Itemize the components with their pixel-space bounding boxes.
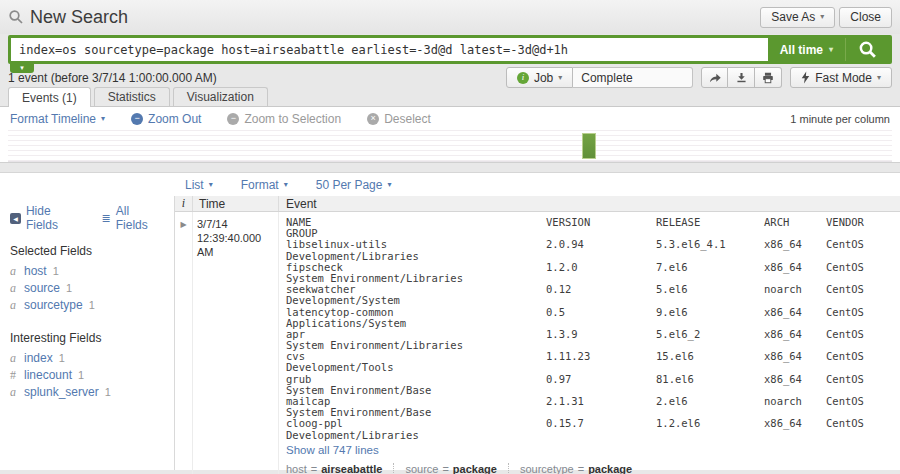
package-row: libselinux-utils2.0.945.3.el6_4.1x86_64C… xyxy=(286,238,900,249)
job-status-row: 1 event (before 3/7/14 1:00:00.000 AM) i… xyxy=(8,67,892,88)
fields-sidebar: ◀ Hide Fields ≣ All Fields Selected Fiel… xyxy=(0,196,175,470)
selected-fields-heading: Selected Fields xyxy=(10,244,164,258)
field-separator xyxy=(393,463,394,474)
events-table-header: i Time Event xyxy=(175,196,900,212)
package-group-row: Development/Tools xyxy=(286,361,900,372)
caret-down-icon: ▾ xyxy=(209,181,213,189)
all-fields-link[interactable]: ≣ All Fields xyxy=(102,204,164,232)
list-icon: ≣ xyxy=(102,213,111,224)
time-range-picker[interactable]: All time▾ xyxy=(768,38,845,61)
field-item-splunk-server: a splunk_server 1 xyxy=(10,385,164,402)
field-item-linecount: # linecount 1 xyxy=(10,368,164,385)
search-input[interactable] xyxy=(11,38,768,61)
caret-down-icon: ▾ xyxy=(101,115,105,123)
caret-down-icon: ▾ xyxy=(829,46,833,54)
timeline-event-bar[interactable] xyxy=(582,133,596,159)
event-raw-text: NAMEVERSIONRELEASEARCHVENDOR GROUP libse… xyxy=(278,212,900,474)
per-page-menu[interactable]: 50 Per Page▾ xyxy=(316,178,392,192)
event-field-sourcetype[interactable]: sourcetype=package xyxy=(520,463,632,474)
event-count: 1 event (before 3/7/14 1:00:00.000 AM) xyxy=(8,71,217,85)
caret-down-icon: ▾ xyxy=(284,181,288,189)
save-as-button[interactable]: Save As▾ xyxy=(760,7,835,28)
event-column-header: Event xyxy=(278,196,900,211)
package-row: cvs1.11.2315.el6x86_64CentOS xyxy=(286,350,900,361)
field-type-icon: a xyxy=(10,281,18,296)
package-row: latencytop-common0.59.el6x86_64CentOS xyxy=(286,306,900,317)
field-separator xyxy=(508,463,509,474)
event-row: ▶ 3/7/14 12:39:40.000 AM NAMEVERSIONRELE… xyxy=(175,212,900,474)
timeline-chart[interactable] xyxy=(8,130,892,162)
field-item-sourcetype: a sourcetype 1 xyxy=(10,298,164,315)
package-row: fipscheck1.2.07.el6x86_64CentOS xyxy=(286,261,900,272)
field-type-icon: a xyxy=(10,264,18,279)
field-item-host: a host 1 xyxy=(10,264,164,281)
event-time: 3/7/14 12:39:40.000 AM xyxy=(192,212,278,474)
expand-event-arrow[interactable]: ▶ xyxy=(175,212,192,474)
caret-down-icon: ▾ xyxy=(558,74,562,82)
field-type-icon: # xyxy=(10,368,18,383)
caret-down-icon: ▾ xyxy=(877,74,881,82)
job-menu-button[interactable]: i Job▾ xyxy=(506,67,573,88)
search-mode-button[interactable]: Fast Mode▾ xyxy=(790,67,892,88)
field-type-icon: a xyxy=(10,298,18,313)
package-group-row: System Environment/Base xyxy=(286,384,900,395)
event-field-host[interactable]: host=airseabattle xyxy=(286,463,382,474)
deselect-button: ×Deselect xyxy=(367,112,431,126)
package-group-row: Development/System xyxy=(286,294,900,305)
tab-statistics[interactable]: Statistics xyxy=(94,87,170,106)
events-table: i Time Event ▶ 3/7/14 12:39:40.000 AM NA… xyxy=(175,196,900,470)
show-all-lines-link[interactable]: Show all 747 lines xyxy=(286,444,900,456)
event-field-values: host=airseabattle source=package sourcet… xyxy=(286,463,900,474)
interesting-fields-heading: Interesting Fields xyxy=(10,331,164,345)
zoom-out-icon: − xyxy=(131,113,143,125)
event-field-source[interactable]: source=package xyxy=(405,463,497,474)
format-menu[interactable]: Format▾ xyxy=(241,178,288,192)
result-actions xyxy=(701,67,782,88)
field-item-source: a source 1 xyxy=(10,281,164,298)
search-title-icon xyxy=(8,9,24,25)
zoom-to-selection-icon: − xyxy=(227,113,239,125)
lightning-bolt-icon xyxy=(801,71,810,84)
field-type-icon: a xyxy=(10,351,18,366)
close-button[interactable]: Close xyxy=(839,7,892,28)
zoom-to-selection-button: −Zoom to Selection xyxy=(227,112,341,126)
share-icon xyxy=(708,71,722,85)
share-button[interactable] xyxy=(701,67,728,88)
package-row: cloog-ppl0.15.71.2.el6x86_64CentOS xyxy=(286,417,900,428)
export-button[interactable] xyxy=(728,67,755,88)
timeline-scale-label: 1 minute per column xyxy=(790,113,890,125)
hide-fields-icon: ◀ xyxy=(10,213,21,224)
package-group-row: Applications/System xyxy=(286,317,900,328)
results-tabs: Events (1) Statistics Visualization xyxy=(0,88,900,107)
deselect-icon: × xyxy=(367,113,379,125)
field-item-index: a index 1 xyxy=(10,351,164,368)
search-bar: All time▾ xyxy=(8,35,892,64)
package-group-row: System Environment/Base xyxy=(286,406,900,417)
print-icon xyxy=(761,71,775,85)
caret-down-icon: ▾ xyxy=(387,181,391,189)
package-group-row: System Environment/Libraries xyxy=(286,272,900,283)
hide-fields-link[interactable]: ◀ Hide Fields xyxy=(10,204,86,232)
search-button[interactable] xyxy=(845,38,889,61)
package-group-row: Development/Libraries xyxy=(286,250,900,261)
list-controls: List▾ Format▾ 50 Per Page▾ xyxy=(0,173,900,196)
tab-visualization[interactable]: Visualization xyxy=(173,87,268,106)
header-bar: New Search Save As▾ Close xyxy=(0,0,900,34)
job-status-icon: i xyxy=(517,72,529,84)
tab-events[interactable]: Events (1) xyxy=(8,87,91,107)
job-group: i Job▾ Complete xyxy=(506,67,693,88)
package-group-row: System Environment/Libraries xyxy=(286,339,900,350)
list-view-menu[interactable]: List▾ xyxy=(185,178,213,192)
download-icon xyxy=(735,71,748,84)
package-row: mailcap2.1.312.el6noarchCentOS xyxy=(286,395,900,406)
timeline-toolbar: Format Timeline▾ −Zoom Out −Zoom to Sele… xyxy=(0,107,900,130)
job-progress-readout: Complete xyxy=(573,67,693,88)
zoom-out-button[interactable]: −Zoom Out xyxy=(131,112,201,126)
package-group-row: Development/Libraries xyxy=(286,429,900,440)
package-row: seekwatcher0.125.el6noarchCentOS xyxy=(286,283,900,294)
format-timeline-menu[interactable]: Format Timeline▾ xyxy=(10,112,105,126)
package-row: apr1.3.95.el6_2x86_64CentOS xyxy=(286,328,900,339)
results-content: List▾ Format▾ 50 Per Page▾ ◀ Hide Fields… xyxy=(0,172,900,470)
page-title: New Search xyxy=(30,7,760,28)
print-button[interactable] xyxy=(755,67,782,88)
